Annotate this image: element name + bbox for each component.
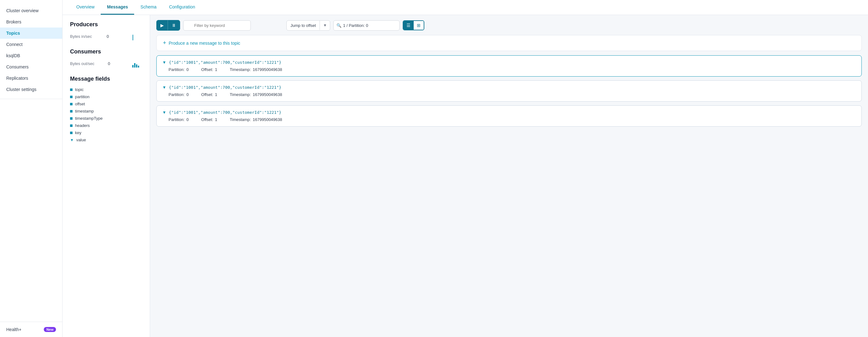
offset-meta: Offset: 1 — [202, 67, 217, 72]
partition-meta: Partition: 0 — [168, 117, 189, 122]
view-list-button[interactable]: ☰ — [403, 21, 414, 30]
bytes-out-chart — [124, 59, 142, 68]
field-bullet-icon — [70, 103, 72, 105]
main-content: OverviewMessagesSchemaConfiguration Prod… — [63, 0, 868, 337]
field-label: value — [76, 137, 86, 142]
timestamp-val: 1679950049638 — [253, 92, 282, 97]
timestamp-val: 1679950049638 — [253, 117, 282, 122]
producers-section: Producers Bytes in/sec 0 — [70, 21, 142, 41]
timestamp-meta: Timestamp: 1679950049638 — [230, 92, 282, 97]
messages-container: ▼ {"id":"1001","amount":700,"customerId"… — [156, 55, 862, 127]
offset-val: 1 — [215, 92, 217, 97]
field-label: topic — [75, 87, 84, 92]
partition-key: Partition: — [168, 67, 184, 72]
pause-button[interactable]: ⏸ — [167, 20, 180, 30]
tab-overview[interactable]: Overview — [70, 0, 101, 15]
sidebar-bottom: Health+ New — [0, 322, 62, 337]
partition-key: Partition: — [168, 92, 184, 97]
offset-val: 1 — [215, 117, 217, 122]
play-button[interactable]: ▶ — [157, 20, 167, 30]
svg-rect-4 — [138, 66, 139, 67]
field-label: offset — [75, 101, 85, 106]
jump-offset-label: Jump to offset — [287, 21, 319, 30]
sidebar-item-topics[interactable]: Topics — [0, 28, 62, 39]
sidebar-item-cluster-overview[interactable]: Cluster overview — [0, 5, 62, 16]
fields-title: Message fields — [70, 75, 142, 82]
view-toggle: ☰ ⊞ — [403, 20, 424, 30]
sidebar-item-ksqldb[interactable]: ksqlDB — [0, 50, 62, 61]
tab-messages[interactable]: Messages — [101, 0, 134, 15]
field-bullet-icon — [70, 117, 72, 120]
field-bullet-icon — [70, 96, 72, 98]
message-header-0[interactable]: ▼ {"id":"1001","amount":700,"customerId"… — [162, 60, 856, 65]
sidebar-item-replicators[interactable]: Replicators — [0, 72, 62, 84]
partition-meta: Partition: 0 — [168, 92, 189, 97]
filter-input[interactable] — [183, 20, 251, 31]
produce-plus-icon: + — [163, 40, 166, 46]
field-item-key: key — [70, 129, 142, 136]
producers-title: Producers — [70, 21, 142, 28]
partition-search-icon: 🔍 — [336, 23, 341, 28]
timestamp-key: Timestamp: — [230, 117, 251, 122]
field-label: timestamp — [75, 109, 94, 114]
offset-meta: Offset: 1 — [202, 92, 217, 97]
consumers-section: Consumers Bytes out/sec 0 — [70, 49, 142, 68]
message-card-0: ▼ {"id":"1001","amount":700,"customerId"… — [156, 55, 862, 76]
field-item-value[interactable]: ▼value — [70, 136, 142, 144]
message-card-1: ▼ {"id":"1001","amount":700,"customerId"… — [156, 80, 862, 101]
sidebar-item-connect[interactable]: Connect — [0, 39, 62, 50]
tab-schema[interactable]: Schema — [134, 0, 163, 15]
partition-meta: Partition: 0 — [168, 67, 189, 72]
field-bullet-icon — [70, 89, 72, 91]
new-badge: New — [44, 327, 56, 332]
sidebar-divider — [0, 99, 62, 99]
sidebar-item-brokers[interactable]: Brokers — [0, 16, 62, 28]
partition-input[interactable] — [333, 20, 400, 31]
timestamp-key: Timestamp: — [230, 92, 251, 97]
tab-configuration[interactable]: Configuration — [163, 0, 202, 15]
play-pause-group: ▶ ⏸ — [156, 20, 180, 31]
partition-input-wrapper: 🔍 — [333, 20, 400, 31]
view-grid-button[interactable]: ⊞ — [414, 21, 424, 30]
svg-rect-2 — [134, 63, 135, 67]
field-item-headers: headers — [70, 122, 142, 129]
consumers-title: Consumers — [70, 49, 142, 55]
bytes-out-row: Bytes out/sec 0 — [70, 59, 142, 68]
timestamp-meta: Timestamp: 1679950049638 — [230, 117, 282, 122]
partition-val: 0 — [186, 117, 189, 122]
produce-banner-label: Produce a new message to this topic — [169, 41, 241, 45]
jump-offset-chevron-icon[interactable]: ▼ — [319, 21, 330, 30]
bytes-in-value: 0 — [106, 34, 109, 39]
bytes-in-chart — [124, 32, 142, 41]
chevron-icon: ▼ — [70, 138, 74, 142]
sidebar-item-cluster-settings[interactable]: Cluster settings — [0, 84, 62, 95]
message-card-2: ▼ {"id":"1001","amount":700,"customerId"… — [156, 105, 862, 127]
bytes-in-label: Bytes in/sec — [70, 34, 92, 39]
field-bullet-icon — [70, 110, 72, 113]
tabs-bar: OverviewMessagesSchemaConfiguration — [63, 0, 868, 15]
field-item-timestampType: timestampType — [70, 115, 142, 122]
offset-key: Offset: — [202, 92, 213, 97]
field-bullet-icon — [70, 124, 72, 127]
message-header-1[interactable]: ▼ {"id":"1001","amount":700,"customerId"… — [162, 85, 856, 90]
right-panel: ▶ ⏸ 🔍 Jump to offset ▼ 🔍 — [150, 15, 868, 337]
health-label: Health+ — [6, 327, 22, 332]
message-header-2[interactable]: ▼ {"id":"1001","amount":700,"customerId"… — [162, 110, 856, 115]
produce-banner[interactable]: + Produce a new message to this topic — [156, 35, 862, 51]
offset-meta: Offset: 1 — [202, 117, 217, 122]
svg-rect-3 — [136, 64, 137, 67]
field-label: partition — [75, 94, 89, 99]
field-label: timestampType — [75, 116, 102, 121]
message-meta-2: Partition: 0 Offset: 1 Timestamp: 167995… — [162, 117, 856, 122]
partition-key: Partition: — [168, 117, 184, 122]
timestamp-val: 1679950049638 — [253, 67, 282, 72]
message-json-0: {"id":"1001","amount":700,"customerId":"… — [169, 60, 281, 65]
field-label: headers — [75, 123, 90, 128]
sidebar-item-consumers[interactable]: Consumers — [0, 61, 62, 72]
jump-offset-group: Jump to offset ▼ — [286, 20, 330, 31]
field-item-partition: partition — [70, 93, 142, 100]
field-label: key — [75, 130, 81, 135]
bytes-in-row: Bytes in/sec 0 — [70, 32, 142, 41]
left-panel: Producers Bytes in/sec 0 Consumers — [63, 15, 150, 337]
bytes-out-value: 0 — [108, 61, 110, 66]
